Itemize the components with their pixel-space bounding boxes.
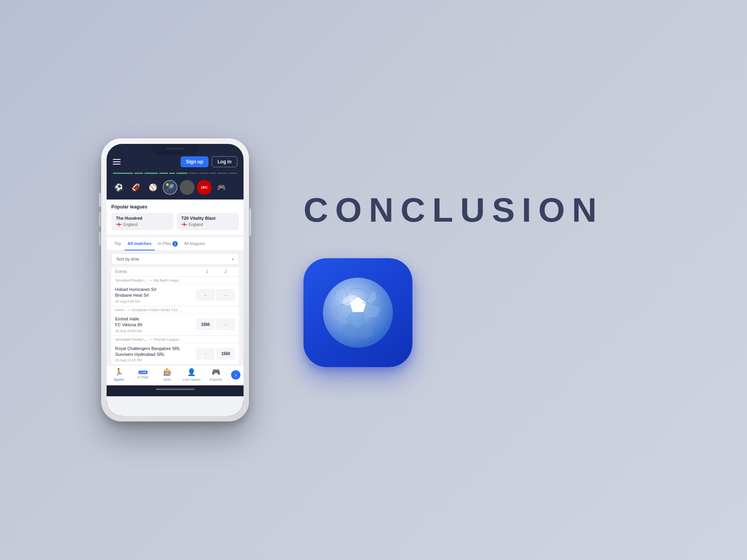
- country-label-2: England: [189, 222, 203, 227]
- sort-dropdown[interactable]: Sort by time ▾: [111, 253, 239, 265]
- nav-more-button[interactable]: ›: [231, 370, 240, 380]
- right-side: CONCLUSION: [280, 193, 646, 367]
- app-body: Popular leagues The Hundred 🏴󠁧󠁢󠁥󠁮󠁧󠁿 Engl…: [107, 200, 244, 365]
- progress-seg-10: [217, 173, 227, 174]
- match-card-1: Germ... — European Cricket Series T10, .…: [111, 306, 239, 335]
- match-teams-1: Einheit Halle FC Viktoria 89: [115, 316, 195, 328]
- slots-nav-icon: 🎰: [163, 368, 172, 376]
- sports-nav-icon: 🏃: [114, 368, 123, 376]
- sport-icon-american-football[interactable]: 🏈: [128, 180, 143, 195]
- tab-top[interactable]: Top: [111, 237, 124, 250]
- phone-outer: Sign up Log in: [101, 138, 249, 422]
- progress-seg-11: [228, 173, 237, 174]
- events-col-2: 2: [216, 270, 235, 274]
- sport-icon-football[interactable]: ⚽: [111, 180, 126, 195]
- progress-seg-8: [199, 173, 208, 174]
- app-icon[interactable]: [303, 258, 412, 367]
- home-indicator: [107, 385, 244, 396]
- inplay-nav-label: In-Play: [138, 375, 149, 379]
- odds-1-match-1[interactable]: 1550: [196, 318, 215, 330]
- match-info-1: Einheit Halle FC Viktoria 89 20 Aug 10:0…: [115, 316, 195, 333]
- match-source-1: Germ... — European Cricket Series T10, .…: [111, 306, 239, 314]
- esports-nav-icon: 🎮: [212, 368, 220, 376]
- progress-seg-6: [176, 173, 188, 174]
- odds-2-match-0[interactable]: –: [216, 289, 235, 301]
- login-button[interactable]: Log in: [212, 156, 237, 167]
- country-label-1: England: [123, 222, 138, 227]
- match-source-2: Simulated Reality L... — Premier League.…: [111, 336, 239, 343]
- league-country-t20: 🏴󠁧󠁢󠁥󠁮󠁧󠁿 England: [181, 222, 234, 227]
- sort-label: Sort by time: [116, 257, 139, 261]
- nav-inplay[interactable]: LIVE In-Play: [131, 371, 155, 379]
- live-badge: LIVE: [139, 371, 148, 374]
- match-info-2: Royal Challengers Bangalore SRL Sunriser…: [115, 346, 195, 362]
- leagues-row: The Hundred 🏴󠁧󠁢󠁥󠁮󠁧󠁿 England T20 Vitality…: [111, 213, 239, 230]
- screen: Sign up Log in: [107, 144, 244, 416]
- main-scene: Sign up Log in: [101, 138, 646, 422]
- live-casino-nav-icon: 👤: [187, 368, 196, 376]
- home-bar: [156, 388, 195, 390]
- league-name-t20: T20 Vitality Blast: [181, 216, 234, 220]
- nav-esports[interactable]: 🎮 Esports: [204, 368, 228, 382]
- progress-seg-7: [189, 173, 198, 174]
- nav-slots[interactable]: 🎰 Slots: [155, 368, 179, 382]
- sport-icon-other[interactable]: [180, 180, 195, 195]
- match-row-2: Royal Challengers Bangalore SRL Sunriser…: [111, 343, 239, 365]
- tab-all-matches[interactable]: All matches: [124, 237, 155, 250]
- header-buttons: Sign up Log in: [181, 156, 237, 167]
- match-source-0: Simulated Reality L... — Big Bash Leagu.…: [111, 277, 239, 284]
- league-card-the-hundred[interactable]: The Hundred 🏴󠁧󠁢󠁥󠁮󠁧󠁿 England: [111, 213, 174, 230]
- flag-england-2: 🏴󠁧󠁢󠁥󠁮󠁧󠁿: [181, 222, 187, 227]
- sports-icons-row: ⚽ 🏈 ⚾ 🎾 UFC 🎮: [107, 177, 244, 200]
- match-row-0: Hobart Hurricanes Srl Brisbane Heat Srl …: [111, 284, 239, 306]
- odds-1-match-0[interactable]: –: [196, 289, 215, 301]
- league-card-t20[interactable]: T20 Vitality Blast 🏴󠁧󠁢󠁥󠁮󠁧󠁿 England: [177, 213, 239, 230]
- match-time-0: 20 Aug 9:30 AM: [115, 299, 195, 303]
- popular-leagues-title: Popular leagues: [111, 204, 239, 210]
- progress-seg-1: [113, 173, 133, 174]
- events-header: Events 1 2: [111, 267, 239, 276]
- events-col-1: 1: [198, 270, 216, 274]
- popular-leagues-section: Popular leagues The Hundred 🏴󠁧󠁢󠁥󠁮󠁧󠁿 Engl…: [107, 200, 244, 235]
- bottom-nav: 🏃 Sports LIVE In-Play 🎰 Slots 👤: [107, 365, 244, 385]
- match-time-1: 20 Aug 10:00 AM: [115, 329, 195, 333]
- nav-sports[interactable]: 🏃 Sports: [107, 368, 131, 382]
- match-row-1: Einheit Halle FC Viktoria 89 20 Aug 10:0…: [111, 314, 239, 335]
- signup-button[interactable]: Sign up: [181, 156, 209, 167]
- sport-icon-cricket[interactable]: 🎾: [163, 180, 177, 195]
- sport-icon-ufc[interactable]: UFC: [197, 180, 212, 195]
- odds-2-match-1[interactable]: –: [216, 318, 235, 330]
- dropdown-arrow-icon: ▾: [232, 257, 234, 261]
- hamburger-menu-icon[interactable]: [113, 159, 121, 164]
- events-label: Events: [115, 270, 198, 274]
- match-card-2: Simulated Reality L... — Premier League.…: [111, 336, 239, 365]
- match-time-2: 20 Aug 12:00 PM: [115, 358, 195, 362]
- tabs-container: Top All matches In-Play2 All leagues: [107, 237, 244, 251]
- progress-seg-5: [169, 173, 175, 174]
- match-card-0: Simulated Reality L... — Big Bash Leagu.…: [111, 277, 239, 306]
- esports-nav-label: Esports: [210, 378, 222, 382]
- progress-seg-2: [134, 173, 143, 174]
- conclusion-heading: CONCLUSION: [303, 193, 604, 227]
- sport-icon-baseball[interactable]: ⚾: [146, 180, 160, 195]
- match-teams-2: Royal Challengers Bangalore SRL Sunriser…: [115, 346, 195, 358]
- match-info-0: Hobart Hurricanes Srl Brisbane Heat Srl …: [115, 287, 195, 303]
- live-casino-nav-label: Live casino: [183, 378, 200, 382]
- soccer-ball-graphic: [319, 274, 397, 352]
- progress-seg-3: [144, 173, 158, 174]
- in-play-badge: 2: [172, 241, 178, 247]
- phone-wrapper: Sign up Log in: [101, 138, 249, 422]
- notch-speaker: [166, 148, 184, 150]
- tab-in-play[interactable]: In-Play2: [155, 237, 181, 250]
- match-teams-0: Hobart Hurricanes Srl Brisbane Heat Srl: [115, 287, 195, 299]
- progress-seg-4: [159, 173, 168, 174]
- odds-2-match-2[interactable]: 1550: [216, 348, 235, 360]
- league-country-the-hundred: 🏴󠁧󠁢󠁥󠁮󠁧󠁿 England: [116, 222, 169, 227]
- sports-nav-label: Sports: [114, 378, 124, 382]
- sport-icon-esports[interactable]: 🎮: [214, 180, 229, 195]
- progress-seg-9: [209, 173, 216, 174]
- odds-1-match-2[interactable]: –: [196, 348, 215, 360]
- nav-live-casino[interactable]: 👤 Live casino: [179, 368, 203, 382]
- tab-all-leagues[interactable]: All leagues: [181, 237, 208, 250]
- phone-inner: Sign up Log in: [107, 144, 244, 416]
